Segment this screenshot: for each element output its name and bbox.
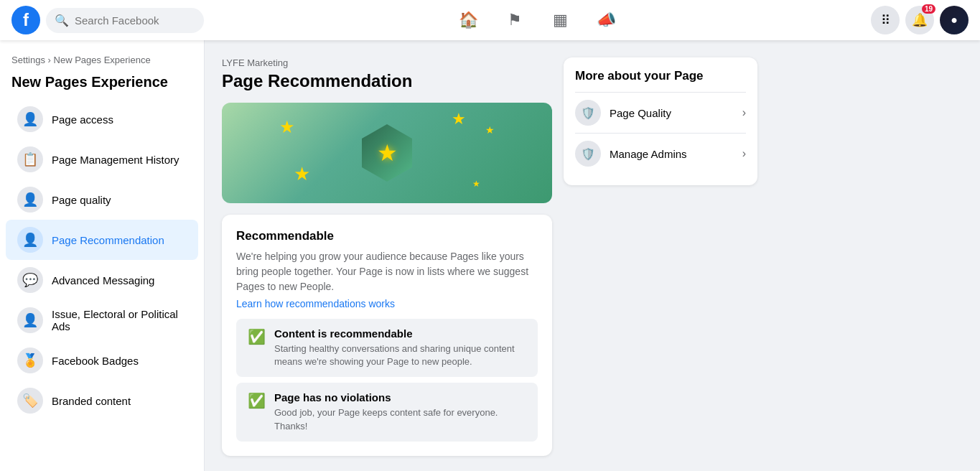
sidebar-title: New Pages Experience [0, 71, 204, 99]
recommendable-description: We're helping you grow your audience bec… [236, 249, 538, 294]
rec-item-violations: ✅ Page has no violations Good job, your … [236, 383, 538, 441]
manage-admins-label: Manage Admins [610, 148, 742, 160]
more-item-manage-admins[interactable]: 🛡️ Manage Admins › [575, 133, 746, 174]
manage-admins-icon: 🛡️ [575, 141, 601, 167]
page-layout: Settings › New Pages Experience New Page… [0, 40, 980, 471]
search-bar[interactable]: 🔍 [46, 8, 204, 33]
check-icon-violations: ✅ [248, 392, 266, 409]
sidebar-item-label: Facebook Badges [52, 355, 139, 367]
sidebar-item-page-access[interactable]: 👤 Page access [6, 99, 198, 139]
star-decoration-4: ★ [485, 124, 495, 136]
apps-button[interactable]: ⠿ [871, 6, 900, 34]
page-heading: Page Recommendation [222, 71, 552, 91]
sidebar-item-label: Advanced Messaging [52, 274, 154, 286]
notifications-button[interactable]: 🔔 19 [905, 6, 934, 34]
breadcrumb-separator: › [48, 55, 54, 65]
sidebar-item-label: Page Management History [52, 154, 179, 166]
main-content: LYFE Marketing Page Recommendation ★ ★ ★… [205, 40, 980, 471]
page-brand: LYFE Marketing [222, 57, 552, 68]
check-icon-content: ✅ [248, 328, 266, 345]
nav-center: 🏠 ⚑ ▦ 📣 [204, 3, 871, 37]
sidebar-item-issue-electoral[interactable]: 👤 Issue, Electoral or Political Ads [6, 300, 198, 340]
rec-item-text: Content is recommendable Starting health… [274, 327, 526, 368]
nav-right: ⠿ 🔔 19 ● [871, 6, 969, 34]
nav-megaphone-icon[interactable]: 📣 [589, 3, 624, 37]
more-about-title: More about your Page [575, 69, 746, 83]
sidebar-item-page-recommendation[interactable]: 👤 Page Recommendation [6, 220, 198, 260]
recommendable-card: Recommendable We're helping you grow you… [222, 215, 552, 456]
rec-item-content-desc: Starting healthy conversations and shari… [274, 342, 526, 368]
sidebar: Settings › New Pages Experience New Page… [0, 40, 205, 471]
chevron-right-icon-quality: › [742, 106, 746, 119]
side-panel: More about your Page 🛡️ Page Quality › 🛡… [564, 57, 757, 185]
more-about-card: More about your Page 🛡️ Page Quality › 🛡… [564, 57, 757, 185]
recommendable-title: Recommendable [236, 229, 538, 243]
star-decoration-1: ★ [279, 117, 295, 137]
breadcrumb-settings-link[interactable]: Settings [11, 55, 45, 65]
nav-flag-icon[interactable]: ⚑ [498, 3, 532, 37]
page-access-icon: 👤 [17, 106, 43, 132]
sidebar-item-page-quality[interactable]: 👤 Page quality [6, 179, 198, 220]
page-quality-icon: 👤 [17, 187, 43, 213]
rec-item-content-title: Content is recommendable [274, 327, 526, 340]
sidebar-item-label: Branded content [52, 395, 131, 407]
branded-content-icon: 🏷️ [17, 388, 43, 414]
nav-home-icon[interactable]: 🏠 [452, 3, 486, 37]
learn-recommendations-link[interactable]: Learn how recommendations works [236, 298, 395, 309]
notification-badge: 19 [922, 4, 935, 14]
breadcrumb: Settings › New Pages Experience [0, 49, 204, 71]
search-input[interactable] [75, 14, 195, 27]
star-decoration-5: ★ [472, 179, 480, 189]
hero-shield: ★ [362, 124, 412, 182]
facebook-badges-icon: 🏅 [17, 348, 43, 373]
sidebar-item-label: Issue, Electoral or Political Ads [52, 308, 187, 332]
chevron-right-icon-admins: › [742, 147, 746, 160]
star-decoration-2: ★ [452, 110, 466, 129]
page-recommendation-icon: 👤 [17, 227, 43, 253]
recommendable-items: ✅ Content is recommendable Starting heal… [236, 319, 538, 442]
advanced-messaging-icon: 💬 [17, 267, 43, 293]
page-management-history-icon: 📋 [17, 146, 43, 172]
sidebar-item-advanced-messaging[interactable]: 💬 Advanced Messaging [6, 260, 198, 300]
hero-banner: ★ ★ ★ ★ ★ ★ [222, 103, 552, 203]
sidebar-item-label: Page Recommendation [52, 234, 164, 246]
facebook-logo[interactable]: f [11, 6, 40, 34]
rec-item-violations-title: Page has no violations [274, 391, 526, 404]
sidebar-item-label: Page quality [52, 194, 111, 206]
sidebar-item-facebook-badges[interactable]: 🏅 Facebook Badges [6, 340, 198, 381]
page-quality-more-label: Page Quality [610, 107, 742, 119]
more-item-page-quality[interactable]: 🛡️ Page Quality › [575, 92, 746, 133]
sidebar-item-branded-content[interactable]: 🏷️ Branded content [6, 381, 198, 421]
search-icon: 🔍 [55, 14, 69, 27]
sidebar-item-page-management-history[interactable]: 📋 Page Management History [6, 139, 198, 179]
breadcrumb-current: New Pages Experience [54, 55, 151, 65]
hero-star-icon: ★ [377, 139, 398, 167]
rec-item-violations-text: Page has no violations Good job, your Pa… [274, 391, 526, 432]
user-avatar[interactable]: ● [940, 6, 969, 34]
issue-electoral-icon: 👤 [17, 307, 43, 333]
rec-item-content: ✅ Content is recommendable Starting heal… [236, 319, 538, 377]
content-area: LYFE Marketing Page Recommendation ★ ★ ★… [222, 57, 552, 456]
sidebar-item-label: Page access [52, 113, 113, 126]
page-quality-more-icon: 🛡️ [575, 100, 601, 126]
star-decoration-3: ★ [294, 163, 310, 185]
rec-item-violations-desc: Good job, your Page keeps content safe f… [274, 406, 526, 432]
top-nav: f 🔍 🏠 ⚑ ▦ 📣 ⠿ 🔔 19 ● [0, 0, 980, 40]
nav-dashboard-icon[interactable]: ▦ [543, 3, 578, 37]
